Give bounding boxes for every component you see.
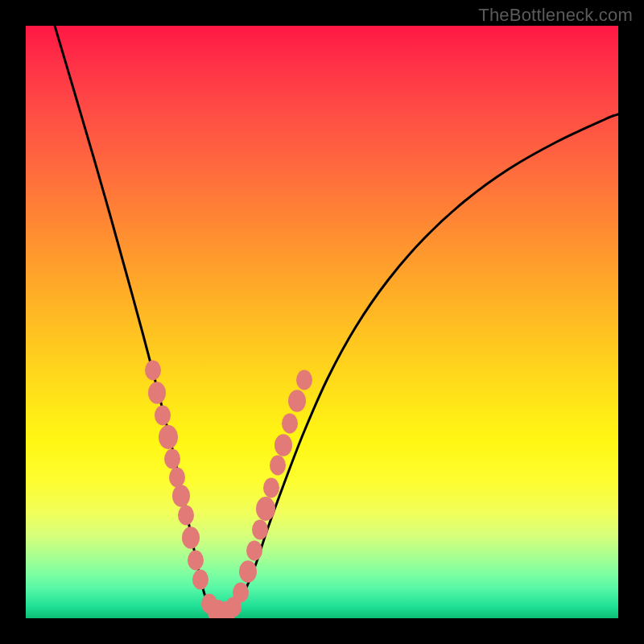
highlight-markers (145, 361, 312, 619)
highlight-marker (178, 506, 194, 526)
highlight-marker (246, 541, 262, 561)
highlight-marker (233, 583, 249, 603)
highlight-marker (270, 456, 286, 476)
highlight-marker (188, 551, 204, 571)
highlight-marker (159, 425, 178, 449)
highlight-marker (148, 382, 166, 404)
highlight-marker (252, 520, 268, 540)
highlight-marker (296, 370, 312, 390)
highlight-marker (263, 478, 279, 498)
watermark-text: TheBottleneck.com (478, 5, 633, 26)
highlight-marker (288, 390, 306, 412)
plot-area (26, 26, 618, 618)
highlight-marker (164, 449, 180, 469)
highlight-marker (172, 485, 190, 507)
highlight-marker (239, 560, 257, 583)
highlight-marker (275, 434, 292, 456)
curve-svg (26, 26, 618, 618)
chart-frame: TheBottleneck.com (0, 0, 644, 644)
highlight-marker (256, 497, 275, 521)
highlight-marker (155, 406, 171, 426)
bottleneck-curve (55, 26, 618, 612)
highlight-marker (145, 361, 161, 381)
highlight-marker (282, 414, 298, 434)
highlight-marker (192, 570, 208, 590)
highlight-marker (169, 468, 185, 488)
highlight-marker (182, 526, 200, 549)
